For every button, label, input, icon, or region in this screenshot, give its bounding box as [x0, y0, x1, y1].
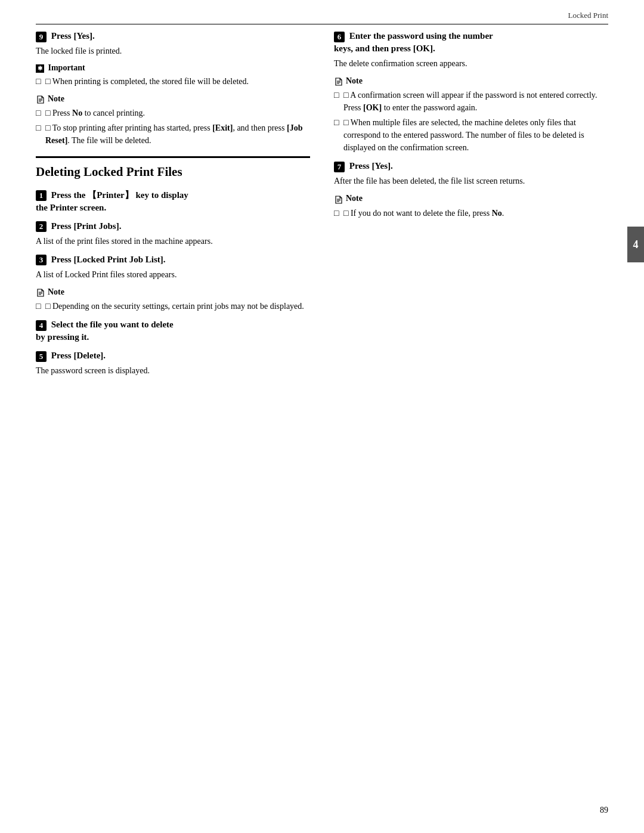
content-area: 9 Press [Yes]. The locked file is printe…	[36, 30, 608, 797]
step9-number: 9	[36, 32, 47, 42]
note3-block: Note □ A confirmation screen will appear…	[334, 76, 608, 154]
step4-label: Select the file you want to deleteby pre…	[36, 320, 174, 342]
important-icon: ✱	[36, 64, 44, 73]
step3-label: Press [Locked Print Job List].	[51, 255, 166, 264]
right-column: 6 Enter the password using the numberkey…	[334, 30, 608, 383]
note2-item-1: □ Depending on the security settings, ce…	[36, 300, 310, 312]
step5-number: 5	[36, 351, 47, 362]
note2-block: Note □ Depending on the security setting…	[36, 287, 310, 312]
two-column-layout: 9 Press [Yes]. The locked file is printe…	[36, 30, 608, 383]
left-column: 9 Press [Yes]. The locked file is printe…	[36, 30, 310, 383]
step2-label: Press [Print Jobs].	[51, 221, 122, 231]
note2-label: Note	[48, 287, 64, 297]
tab-label: 4	[633, 239, 639, 251]
step2-header: 2 Press [Print Jobs].	[36, 220, 310, 233]
step1-number: 1	[36, 190, 47, 201]
important-title: ✱ Important	[36, 63, 310, 73]
note1-item-2: □ To stop printing after printing has st…	[36, 122, 310, 147]
note4-label: Note	[346, 194, 363, 203]
step9-label: Press [Yes].	[51, 31, 95, 41]
note4-block: Note □ If you do not want to delete the …	[334, 193, 608, 219]
step7-body: After the file has been deleted, the fil…	[334, 175, 608, 187]
section-divider	[36, 156, 310, 158]
note1-icon	[36, 94, 45, 104]
note2-title: Note	[36, 287, 310, 298]
step7-header: 7 Press [Yes].	[334, 160, 608, 172]
note3-item-2: □ When multiple files are selected, the …	[334, 116, 608, 154]
note3-label: Note	[346, 76, 363, 86]
header-title: Locked Print	[568, 11, 608, 20]
step1-label: Press the 【Printer】 key to displaythe Pr…	[36, 190, 188, 212]
step3-body: A list of Locked Print files stored appe…	[36, 268, 310, 281]
step5-header: 5 Press [Delete].	[36, 349, 310, 362]
step1-header: 1 Press the 【Printer】 key to displaythe …	[36, 189, 310, 214]
section-heading: Deleting Locked Print Files	[36, 164, 310, 180]
step2-body: A list of the print files stored in the …	[36, 235, 310, 247]
page-header: Locked Print	[36, 11, 608, 24]
step5-body: The password screen is displayed.	[36, 364, 310, 377]
step6-body: The delete confirmation screen appears.	[334, 57, 608, 70]
step4-number: 4	[36, 320, 47, 331]
tab-marker: 4	[627, 227, 644, 262]
note4-icon	[334, 193, 343, 204]
note3-icon	[334, 76, 343, 86]
step4-header: 4 Select the file you want to deleteby p…	[36, 318, 310, 343]
page-number: 89	[600, 806, 608, 815]
note1-block: Note □ Press No to cancel printing. □ To…	[36, 94, 310, 147]
important-item-1: □ When printing is completed, the stored…	[36, 75, 310, 88]
step5-label: Press [Delete].	[51, 351, 106, 360]
step3-header: 3 Press [Locked Print Job List].	[36, 253, 310, 266]
note1-label: Note	[48, 94, 64, 104]
step6-number: 6	[334, 32, 345, 42]
step7-number: 7	[334, 162, 345, 172]
step2-number: 2	[36, 221, 47, 232]
note3-title: Note	[334, 76, 608, 86]
important-label: Important	[48, 63, 85, 72]
note3-item-1: □ A confirmation screen will appear if t…	[334, 89, 608, 114]
note1-title: Note	[36, 94, 310, 104]
step6-label: Enter the password using the numberkeys,…	[334, 31, 493, 53]
step9-header: 9 Press [Yes].	[36, 30, 310, 42]
note2-icon	[36, 287, 45, 298]
note1-item-1: □ Press No to cancel printing.	[36, 107, 310, 119]
step6-header: 6 Enter the password using the numberkey…	[334, 30, 608, 55]
step7-label: Press [Yes].	[349, 161, 393, 171]
page-container: Locked Print 4 89 9 Press [Yes]. The loc…	[0, 0, 644, 833]
note4-item-1: □ If you do not want to delete the file,…	[334, 207, 608, 219]
top-section: 9 Press [Yes]. The locked file is printe…	[36, 30, 310, 147]
step3-number: 3	[36, 255, 47, 265]
step9-body: The locked file is printed.	[36, 45, 310, 57]
important-block: ✱ Important □ When printing is completed…	[36, 63, 310, 88]
note4-title: Note	[334, 193, 608, 204]
